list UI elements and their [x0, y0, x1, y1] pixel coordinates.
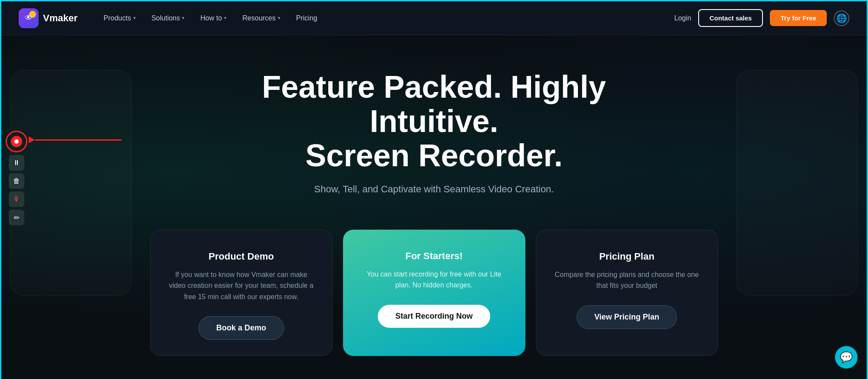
try-free-button[interactable]: Try for Free [770, 10, 827, 26]
card-starter: For Starters! You can start recording fo… [343, 230, 525, 356]
contact-sales-button[interactable]: Contact sales [698, 9, 763, 27]
arrow-line [35, 139, 122, 141]
navbar: 👁 Vmaker Products ▾ Solutions ▾ How to ▾… [1, 1, 867, 35]
card-starter-title: For Starters! [405, 250, 462, 262]
nav-solutions[interactable]: Solutions ▾ [152, 14, 185, 22]
arrow-head-icon [29, 136, 35, 143]
chevron-down-icon: ▾ [278, 15, 281, 21]
card-demo-body: If you want to know how Vmaker can make … [166, 269, 317, 303]
nav-pricing[interactable]: Pricing [296, 14, 317, 22]
mic-button[interactable]: 🎙 [9, 191, 24, 207]
card-pricing: Pricing Plan Compare the pricing plans a… [536, 230, 718, 356]
nav-resources[interactable]: Resources ▾ [242, 14, 280, 22]
card-pricing-title: Pricing Plan [599, 251, 654, 262]
card-demo-title: Product Demo [208, 251, 274, 262]
logo[interactable]: 👁 Vmaker [19, 8, 78, 28]
card-pricing-body: Compare the pricing plans and choose the… [552, 269, 702, 291]
chevron-down-icon: ▾ [133, 15, 136, 21]
recording-toolbar: ⏸ 🗑 🎙 ✏ [6, 131, 27, 225]
pause-button[interactable]: ⏸ [9, 155, 24, 171]
arrow-indicator [30, 136, 122, 143]
book-demo-button[interactable]: Book a Demo [198, 316, 284, 340]
record-button[interactable] [6, 131, 27, 152]
nav-right: Login Contact sales Try for Free 🌐 [674, 9, 849, 27]
nav-howto[interactable]: How to ▾ [200, 14, 227, 22]
card-demo: Product Demo If you want to know how Vma… [150, 230, 333, 356]
nav-links: Products ▾ Solutions ▾ How to ▾ Resource… [104, 14, 674, 22]
logo-icon: 👁 [19, 8, 39, 28]
chat-icon: 💬 [840, 351, 853, 363]
language-selector[interactable]: 🌐 [834, 10, 849, 26]
hero-title: Feature Packed. Highly Intuitive. Screen… [239, 70, 630, 173]
record-indicator [11, 136, 22, 147]
card-starter-body: You can start recording for free with ou… [359, 269, 510, 291]
hero-section: ⏸ 🗑 🎙 ✏ Feature Packed. Highly Intuitive… [1, 35, 867, 379]
chevron-down-icon: ▾ [224, 15, 227, 21]
bg-decoration-left [10, 70, 132, 296]
start-recording-button[interactable]: Start Recording Now [378, 305, 490, 328]
brand-name: Vmaker [43, 13, 78, 24]
delete-button[interactable]: 🗑 [9, 173, 24, 189]
chat-support-button[interactable]: 💬 [835, 346, 858, 369]
login-link[interactable]: Login [674, 14, 691, 22]
chevron-down-icon: ▾ [182, 15, 185, 21]
cards-row: Product Demo If you want to know how Vma… [124, 230, 744, 356]
bg-decoration-right [736, 70, 858, 296]
hero-subtitle: Show, Tell, and Captivate with Seamless … [314, 184, 554, 195]
pen-button[interactable]: ✏ [9, 210, 24, 225]
nav-products[interactable]: Products ▾ [104, 14, 136, 22]
view-pricing-button[interactable]: View Pricing Plan [577, 305, 677, 329]
